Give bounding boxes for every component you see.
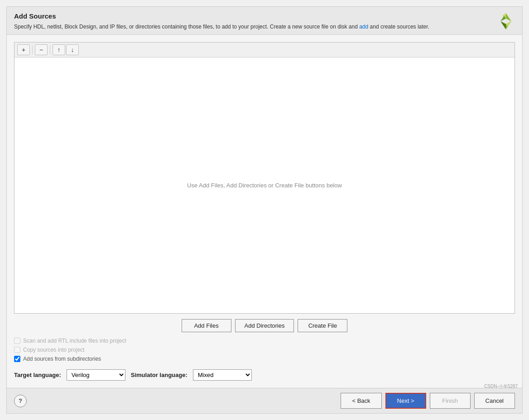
footer-left: ?	[14, 395, 27, 407]
dialog-title: Add Sources	[14, 12, 429, 20]
plus-icon: +	[22, 46, 25, 53]
help-button[interactable]: ?	[14, 395, 27, 407]
minus-icon: −	[39, 46, 43, 53]
logo-icon	[497, 12, 515, 30]
toolbar-divider-2	[50, 45, 50, 54]
simulator-language-select[interactable]: Mixed Verilog VHDL	[193, 369, 252, 381]
simulator-language-label: Simulator language:	[131, 372, 188, 378]
create-file-button[interactable]: Create File	[298, 319, 347, 332]
watermark: CSDN-小羊5287	[484, 383, 518, 390]
finish-button[interactable]: Finish	[430, 393, 471, 409]
scan-rtl-option[interactable]: Scan and add RTL include files into proj…	[14, 338, 515, 344]
copy-sources-label: Copy sources into project	[23, 347, 84, 353]
language-row: Target language: Verilog VHDL Simulator …	[14, 369, 515, 381]
footer-right: < Back Next > Finish Cancel	[341, 393, 515, 409]
remove-file-toolbar-btn[interactable]: −	[35, 44, 48, 55]
add-sources-dialog: Add Sources Specify HDL, netlist, Block …	[6, 6, 523, 414]
add-file-toolbar-btn[interactable]: +	[17, 44, 30, 55]
svg-marker-4	[500, 21, 506, 29]
file-list-container: + − ↑ ↓ Use Add Files, Add Directories o…	[14, 42, 515, 314]
back-button[interactable]: < Back	[341, 393, 381, 409]
cancel-button[interactable]: Cancel	[474, 393, 515, 409]
add-subdirs-label: Add sources from subdirectories	[23, 356, 101, 362]
toolbar-divider-1	[32, 45, 33, 54]
target-language-label: Target language:	[14, 372, 61, 378]
copy-sources-option[interactable]: Copy sources into project	[14, 347, 515, 353]
move-down-toolbar-btn[interactable]: ↓	[66, 44, 79, 55]
target-language-select[interactable]: Verilog VHDL	[67, 369, 125, 381]
down-icon: ↓	[71, 46, 74, 53]
add-files-button[interactable]: Add Files	[182, 319, 231, 332]
file-list-toolbar: + − ↑ ↓	[14, 43, 515, 57]
copy-sources-checkbox[interactable]	[14, 347, 20, 353]
header-text: Add Sources Specify HDL, netlist, Block …	[14, 12, 429, 31]
scan-rtl-label: Scan and add RTL include files into proj…	[23, 338, 126, 344]
add-directories-button[interactable]: Add Directories	[235, 319, 294, 332]
next-button[interactable]: Next >	[385, 393, 426, 409]
action-buttons: Add Files Add Directories Create File	[14, 319, 515, 332]
up-icon: ↑	[58, 46, 61, 53]
file-list-empty-message: Use Add Files, Add Directories or Create…	[14, 57, 515, 313]
dialog-header: Add Sources Specify HDL, netlist, Block …	[7, 7, 522, 35]
add-subdirs-option[interactable]: Add sources from subdirectories	[14, 356, 515, 362]
dialog-description: Specify HDL, netlist, Block Design, and …	[14, 23, 429, 31]
dialog-body: + − ↑ ↓ Use Add Files, Add Directories o…	[7, 35, 522, 388]
options-section: Scan and add RTL include files into proj…	[14, 338, 515, 362]
add-link[interactable]: add	[359, 24, 368, 30]
dialog-footer: ? < Back Next > Finish Cancel	[7, 388, 522, 413]
scan-rtl-checkbox[interactable]	[14, 338, 20, 344]
svg-marker-0	[506, 13, 511, 21]
add-subdirs-checkbox[interactable]	[14, 356, 20, 362]
move-up-toolbar-btn[interactable]: ↑	[53, 44, 65, 55]
